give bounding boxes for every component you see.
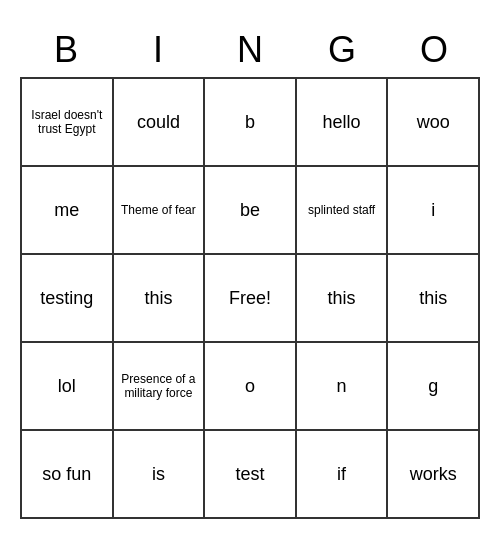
cell-r1-c4: i [388,167,480,255]
cell-r2-c4: this [388,255,480,343]
cell-r2-c2: Free! [205,255,297,343]
cell-r3-c1: Presence of a military force [114,343,206,431]
cell-r0-c4: woo [388,79,480,167]
cell-r2-c1: this [114,255,206,343]
cell-r2-c3: this [297,255,389,343]
bingo-header: BINGO [20,25,480,75]
cell-r4-c3: if [297,431,389,519]
bingo-card: BINGO Israel doesn't trust Egyptcouldbhe… [20,25,480,519]
header-letter: N [204,25,296,75]
bingo-grid: Israel doesn't trust Egyptcouldbhellowoo… [20,77,480,519]
cell-r1-c2: be [205,167,297,255]
cell-r4-c1: is [114,431,206,519]
header-letter: I [112,25,204,75]
cell-r3-c2: o [205,343,297,431]
cell-r3-c4: g [388,343,480,431]
cell-r3-c0: lol [22,343,114,431]
cell-r3-c3: n [297,343,389,431]
cell-r4-c4: works [388,431,480,519]
cell-r0-c0: Israel doesn't trust Egypt [22,79,114,167]
cell-r1-c1: Theme of fear [114,167,206,255]
cell-r0-c3: hello [297,79,389,167]
cell-r0-c1: could [114,79,206,167]
cell-r4-c2: test [205,431,297,519]
header-letter: O [388,25,480,75]
header-letter: B [20,25,112,75]
cell-r4-c0: so fun [22,431,114,519]
cell-r2-c0: testing [22,255,114,343]
cell-r0-c2: b [205,79,297,167]
header-letter: G [296,25,388,75]
cell-r1-c0: me [22,167,114,255]
cell-r1-c3: splinted staff [297,167,389,255]
